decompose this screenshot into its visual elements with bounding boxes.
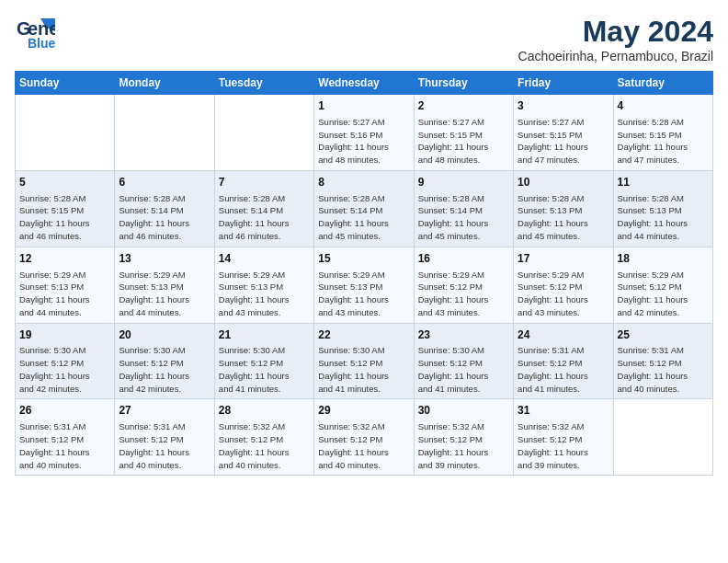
day-info: Sunrise: 5:31 AMSunset: 5:12 PMDaylight:… bbox=[19, 420, 110, 471]
calendar-cell: 23Sunrise: 5:30 AMSunset: 5:12 PMDayligh… bbox=[414, 323, 513, 399]
day-header-thursday: Thursday bbox=[414, 72, 513, 95]
day-info: Sunrise: 5:28 AMSunset: 5:14 PMDaylight:… bbox=[318, 192, 409, 243]
day-number: 18 bbox=[618, 251, 709, 267]
day-number: 7 bbox=[219, 175, 310, 190]
day-info: Sunrise: 5:29 AMSunset: 5:12 PMDaylight:… bbox=[418, 269, 509, 319]
calendar-cell bbox=[214, 95, 313, 171]
calendar-cell: 12Sunrise: 5:29 AMSunset: 5:13 PMDayligh… bbox=[16, 247, 115, 323]
day-header-wednesday: Wednesday bbox=[314, 72, 414, 95]
calendar-cell: 10Sunrise: 5:28 AMSunset: 5:13 PMDayligh… bbox=[514, 170, 613, 247]
day-number: 31 bbox=[518, 403, 609, 419]
calendar-cell: 6Sunrise: 5:28 AMSunset: 5:14 PMDaylight… bbox=[115, 170, 214, 247]
calendar-cell bbox=[115, 95, 214, 171]
day-info: Sunrise: 5:30 AMSunset: 5:12 PMDaylight:… bbox=[119, 344, 210, 395]
day-info: Sunrise: 5:30 AMSunset: 5:12 PMDaylight:… bbox=[19, 344, 110, 395]
day-number: 30 bbox=[418, 403, 509, 419]
calendar-cell: 7Sunrise: 5:28 AMSunset: 5:14 PMDaylight… bbox=[214, 170, 313, 247]
calendar-cell: 15Sunrise: 5:29 AMSunset: 5:13 PMDayligh… bbox=[314, 247, 414, 323]
day-number: 2 bbox=[418, 98, 509, 114]
day-number: 19 bbox=[19, 327, 110, 343]
day-info: Sunrise: 5:28 AMSunset: 5:13 PMDaylight:… bbox=[518, 192, 609, 243]
day-number: 1 bbox=[318, 98, 409, 114]
day-info: Sunrise: 5:29 AMSunset: 5:12 PMDaylight:… bbox=[618, 269, 709, 319]
day-number: 25 bbox=[618, 327, 709, 343]
calendar-cell: 19Sunrise: 5:30 AMSunset: 5:12 PMDayligh… bbox=[16, 323, 115, 399]
day-info: Sunrise: 5:32 AMSunset: 5:12 PMDaylight:… bbox=[318, 420, 409, 471]
calendar-cell: 31Sunrise: 5:32 AMSunset: 5:12 PMDayligh… bbox=[514, 399, 613, 476]
days-header-row: SundayMondayTuesdayWednesdayThursdayFrid… bbox=[16, 72, 713, 95]
day-number: 24 bbox=[518, 327, 609, 343]
day-info: Sunrise: 5:30 AMSunset: 5:12 PMDaylight:… bbox=[418, 344, 509, 395]
day-header-monday: Monday bbox=[115, 72, 214, 95]
calendar-cell bbox=[16, 95, 115, 171]
header: G eneral Blue May 2024 Cachoeirinha, Per… bbox=[15, 15, 713, 63]
day-header-tuesday: Tuesday bbox=[214, 72, 313, 95]
calendar-cell: 20Sunrise: 5:30 AMSunset: 5:12 PMDayligh… bbox=[115, 323, 214, 399]
day-number: 29 bbox=[318, 403, 409, 419]
day-info: Sunrise: 5:28 AMSunset: 5:14 PMDaylight:… bbox=[119, 192, 210, 243]
title-block: May 2024 Cachoeirinha, Pernambuco, Brazi… bbox=[518, 15, 713, 63]
day-number: 10 bbox=[518, 175, 609, 190]
calendar-cell: 18Sunrise: 5:29 AMSunset: 5:12 PMDayligh… bbox=[613, 247, 712, 323]
calendar-cell: 29Sunrise: 5:32 AMSunset: 5:12 PMDayligh… bbox=[314, 399, 414, 476]
calendar-cell: 26Sunrise: 5:31 AMSunset: 5:12 PMDayligh… bbox=[16, 399, 115, 476]
day-info: Sunrise: 5:27 AMSunset: 5:15 PMDaylight:… bbox=[518, 116, 609, 167]
day-number: 20 bbox=[119, 327, 210, 343]
day-number: 12 bbox=[19, 251, 110, 267]
day-number: 17 bbox=[518, 251, 609, 267]
day-number: 16 bbox=[418, 251, 509, 267]
calendar-week-2: 5Sunrise: 5:28 AMSunset: 5:15 PMDaylight… bbox=[16, 170, 713, 247]
calendar-cell: 3Sunrise: 5:27 AMSunset: 5:15 PMDaylight… bbox=[514, 95, 613, 171]
logo: G eneral Blue bbox=[15, 15, 55, 50]
calendar-cell bbox=[613, 399, 712, 476]
day-header-saturday: Saturday bbox=[613, 72, 712, 95]
svg-text:Blue: Blue bbox=[28, 36, 55, 50]
day-number: 15 bbox=[318, 251, 409, 267]
calendar-week-1: 1Sunrise: 5:27 AMSunset: 5:16 PMDaylight… bbox=[16, 95, 713, 171]
calendar-cell: 17Sunrise: 5:29 AMSunset: 5:12 PMDayligh… bbox=[514, 247, 613, 323]
day-info: Sunrise: 5:29 AMSunset: 5:13 PMDaylight:… bbox=[318, 269, 409, 319]
calendar-cell: 24Sunrise: 5:31 AMSunset: 5:12 PMDayligh… bbox=[514, 323, 613, 399]
day-info: Sunrise: 5:29 AMSunset: 5:13 PMDaylight:… bbox=[219, 269, 310, 319]
day-info: Sunrise: 5:28 AMSunset: 5:14 PMDaylight:… bbox=[219, 192, 310, 243]
location: Cachoeirinha, Pernambuco, Brazil bbox=[518, 49, 713, 63]
calendar-cell: 16Sunrise: 5:29 AMSunset: 5:12 PMDayligh… bbox=[414, 247, 513, 323]
day-number: 27 bbox=[119, 403, 210, 419]
calendar-week-4: 19Sunrise: 5:30 AMSunset: 5:12 PMDayligh… bbox=[16, 323, 713, 399]
day-info: Sunrise: 5:27 AMSunset: 5:16 PMDaylight:… bbox=[318, 116, 409, 167]
logo-icon: G eneral Blue bbox=[15, 15, 55, 50]
day-number: 6 bbox=[119, 175, 210, 190]
day-number: 4 bbox=[618, 98, 709, 114]
calendar-table: SundayMondayTuesdayWednesdayThursdayFrid… bbox=[15, 71, 713, 476]
day-info: Sunrise: 5:31 AMSunset: 5:12 PMDaylight:… bbox=[119, 420, 210, 471]
day-number: 9 bbox=[418, 175, 509, 190]
calendar-cell: 22Sunrise: 5:30 AMSunset: 5:12 PMDayligh… bbox=[314, 323, 414, 399]
calendar-week-3: 12Sunrise: 5:29 AMSunset: 5:13 PMDayligh… bbox=[16, 247, 713, 323]
day-number: 5 bbox=[19, 175, 110, 190]
calendar-cell: 8Sunrise: 5:28 AMSunset: 5:14 PMDaylight… bbox=[314, 170, 414, 247]
calendar-cell: 30Sunrise: 5:32 AMSunset: 5:12 PMDayligh… bbox=[414, 399, 513, 476]
day-info: Sunrise: 5:29 AMSunset: 5:13 PMDaylight:… bbox=[119, 269, 210, 319]
day-number: 28 bbox=[219, 403, 310, 419]
day-info: Sunrise: 5:29 AMSunset: 5:13 PMDaylight:… bbox=[19, 269, 110, 319]
day-number: 8 bbox=[318, 175, 409, 190]
calendar-cell: 25Sunrise: 5:31 AMSunset: 5:12 PMDayligh… bbox=[613, 323, 712, 399]
calendar-cell: 2Sunrise: 5:27 AMSunset: 5:15 PMDaylight… bbox=[414, 95, 513, 171]
calendar-cell: 21Sunrise: 5:30 AMSunset: 5:12 PMDayligh… bbox=[214, 323, 313, 399]
day-info: Sunrise: 5:28 AMSunset: 5:14 PMDaylight:… bbox=[418, 192, 509, 243]
day-number: 26 bbox=[19, 403, 110, 419]
day-info: Sunrise: 5:30 AMSunset: 5:12 PMDaylight:… bbox=[219, 344, 310, 395]
calendar-cell: 11Sunrise: 5:28 AMSunset: 5:13 PMDayligh… bbox=[613, 170, 712, 247]
calendar-cell: 9Sunrise: 5:28 AMSunset: 5:14 PMDaylight… bbox=[414, 170, 513, 247]
day-number: 23 bbox=[418, 327, 509, 343]
day-number: 14 bbox=[219, 251, 310, 267]
day-number: 3 bbox=[518, 98, 609, 114]
day-header-friday: Friday bbox=[514, 72, 613, 95]
day-info: Sunrise: 5:29 AMSunset: 5:12 PMDaylight:… bbox=[518, 269, 609, 319]
calendar-cell: 1Sunrise: 5:27 AMSunset: 5:16 PMDaylight… bbox=[314, 95, 414, 171]
day-info: Sunrise: 5:30 AMSunset: 5:12 PMDaylight:… bbox=[318, 344, 409, 395]
day-info: Sunrise: 5:32 AMSunset: 5:12 PMDaylight:… bbox=[518, 420, 609, 471]
calendar-cell: 27Sunrise: 5:31 AMSunset: 5:12 PMDayligh… bbox=[115, 399, 214, 476]
day-number: 13 bbox=[119, 251, 210, 267]
day-info: Sunrise: 5:28 AMSunset: 5:13 PMDaylight:… bbox=[618, 192, 709, 243]
